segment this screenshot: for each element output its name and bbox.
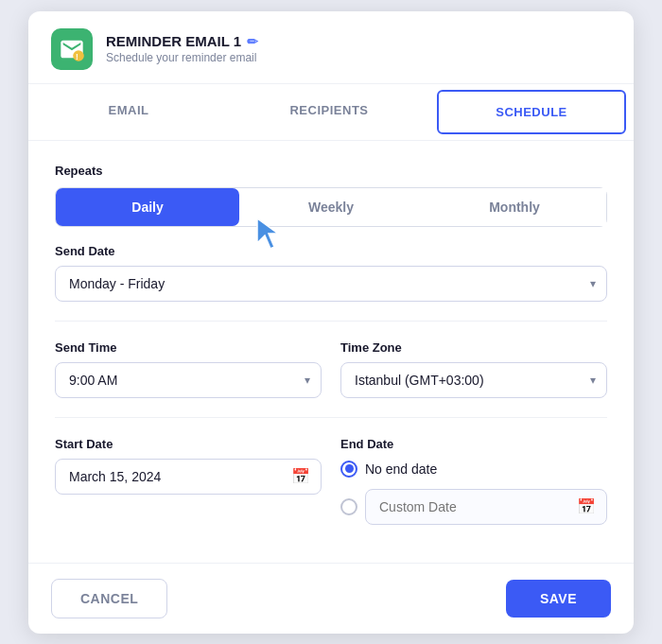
time-zone-select-wrapper: Istanbul (GMT+03:00) London (GMT+00:00) … [340, 362, 607, 398]
send-date-field: Send Date Monday - Friday Every Day Week… [55, 244, 607, 302]
repeats-field: Repeats Daily Weekly Monthly [55, 164, 607, 227]
end-date-col: End Date No end date 📅 [340, 437, 607, 525]
tab-email[interactable]: EMAIL [36, 90, 221, 134]
end-date-label: End Date [340, 437, 607, 451]
email-icon: ! [59, 36, 85, 62]
time-row: Send Time 9:00 AM 10:00 AM 11:00 AM ▾ Ti… [55, 340, 607, 398]
cancel-button[interactable]: CANCEL [51, 579, 167, 618]
no-end-date-radio[interactable] [340, 461, 357, 478]
bottom-bar: CANCEL SAVE [28, 563, 634, 634]
repeat-buttons-group: Daily Weekly Monthly [55, 187, 607, 227]
tab-recipients[interactable]: RECIPIENTS [236, 90, 422, 134]
no-end-date-radio-label: No end date [365, 461, 437, 477]
header-title: REMINDER EMAIL 1 ✏ [106, 33, 258, 49]
time-zone-label: Time Zone [340, 340, 607, 355]
repeats-label: Repeats [55, 164, 607, 178]
send-time-label: Send Time [55, 340, 322, 355]
svg-text:!: ! [76, 53, 78, 61]
modal-body: Repeats Daily Weekly Monthly Send Date M… [28, 141, 634, 563]
send-date-select[interactable]: Monday - Friday Every Day Weekends [55, 266, 607, 302]
header-text: REMINDER EMAIL 1 ✏ Schedule your reminde… [106, 33, 258, 64]
start-date-label: Start Date [55, 437, 322, 451]
custom-date-row: 📅 [340, 489, 607, 525]
svg-point-0 [73, 50, 84, 61]
header-subtitle: Schedule your reminder email [106, 51, 258, 64]
start-date-col: Start Date 📅 [55, 437, 322, 525]
title-text: REMINDER EMAIL 1 [106, 33, 241, 49]
send-time-col: Send Time 9:00 AM 10:00 AM 11:00 AM ▾ [55, 340, 322, 398]
date-row: Start Date 📅 End Date No end date 📅 [55, 437, 607, 525]
repeat-weekly-button[interactable]: Weekly [239, 188, 423, 226]
divider-1 [55, 321, 607, 322]
send-time-select[interactable]: 9:00 AM 10:00 AM 11:00 AM [55, 362, 322, 398]
app-icon: ! [51, 28, 93, 70]
tab-schedule[interactable]: SCHEDULE [437, 90, 626, 134]
send-date-label: Send Date [55, 244, 607, 258]
custom-date-wrapper: 📅 [365, 489, 607, 525]
custom-date-radio[interactable] [340, 498, 357, 515]
edit-icon[interactable]: ✏ [247, 34, 258, 49]
divider-2 [55, 417, 607, 418]
save-button[interactable]: SAVE [506, 580, 611, 618]
repeat-monthly-button[interactable]: Monthly [423, 188, 606, 226]
custom-date-input[interactable] [365, 489, 607, 525]
start-date-input[interactable] [55, 459, 322, 495]
send-time-select-wrapper: 9:00 AM 10:00 AM 11:00 AM ▾ [55, 362, 322, 398]
time-zone-col: Time Zone Istanbul (GMT+03:00) London (G… [340, 340, 607, 398]
modal-header: ! REMINDER EMAIL 1 ✏ Schedule your remin… [28, 11, 634, 84]
time-zone-select[interactable]: Istanbul (GMT+03:00) London (GMT+00:00) … [340, 362, 607, 398]
send-date-select-wrapper: Monday - Friday Every Day Weekends ▾ [55, 266, 607, 302]
start-date-wrapper: 📅 [55, 459, 322, 495]
tabs-bar: EMAIL RECIPIENTS SCHEDULE [28, 84, 634, 141]
no-end-date-radio-row: No end date [340, 461, 607, 478]
repeat-daily-button[interactable]: Daily [56, 188, 239, 226]
modal: ! REMINDER EMAIL 1 ✏ Schedule your remin… [28, 11, 634, 634]
